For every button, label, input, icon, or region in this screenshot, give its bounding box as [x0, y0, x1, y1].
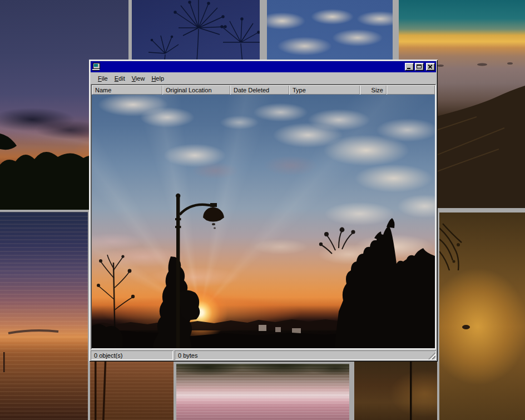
column-header-name[interactable]: Name	[92, 85, 162, 95]
water-details	[0, 212, 88, 420]
titlebar[interactable]	[91, 61, 436, 72]
status-objects: 0 object(s)	[91, 350, 173, 360]
column-header-size[interactable]: Size	[360, 85, 387, 95]
status-bytes: 0 bytes	[175, 350, 436, 360]
bg-photo-golden-blur	[439, 213, 525, 420]
minimize-button[interactable]	[405, 63, 414, 71]
close-button[interactable]	[426, 63, 435, 71]
minimize-icon	[407, 68, 410, 69]
status-bar: 0 object(s) 0 bytes	[91, 350, 436, 360]
column-header-date-deleted[interactable]: Date Deleted	[230, 85, 289, 95]
desktop: File Edit View Help Name Original Locati…	[0, 0, 525, 420]
recycle-bin-window: File Edit View Help Name Original Locati…	[89, 60, 438, 362]
maximize-button[interactable]	[415, 63, 424, 71]
computer-icon[interactable]	[92, 62, 101, 71]
branch-silhouette	[439, 213, 525, 420]
resize-grip[interactable]	[428, 352, 435, 359]
menu-file[interactable]: File	[95, 73, 111, 83]
menu-view[interactable]: View	[128, 73, 148, 83]
photo-silhouettes	[92, 95, 435, 348]
bg-photo-amber-pole	[354, 362, 437, 420]
status-bytes-text: 0 bytes	[178, 352, 197, 359]
column-header-original-location[interactable]: Original Location	[162, 85, 230, 95]
menu-help[interactable]: Help	[148, 73, 167, 83]
menu-edit[interactable]: Edit	[111, 73, 128, 83]
bg-photo-pink-reflection	[176, 364, 349, 420]
bg-photo-water-sunset	[0, 212, 88, 420]
menu-bar: File Edit View Help	[91, 72, 436, 84]
column-header-row: Name Original Location Date Deleted Type…	[92, 85, 435, 95]
pole-silhouette	[354, 362, 437, 420]
list-view[interactable]: Name Original Location Date Deleted Type…	[91, 84, 436, 349]
column-header-filler	[387, 85, 435, 95]
column-header-type[interactable]: Type	[289, 85, 360, 95]
listview-background-photo	[92, 95, 435, 348]
maximize-icon	[417, 65, 422, 68]
